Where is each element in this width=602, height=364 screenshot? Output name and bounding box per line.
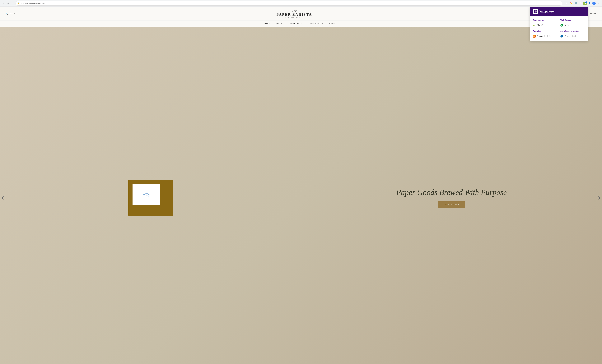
grammarly-icon[interactable]: G [579, 1, 583, 5]
nav-shop[interactable]: SHOP ⌄ [276, 22, 284, 25]
wappalyzer-diamond-icon: W [533, 10, 537, 13]
url-text: https://www.paperbaristas.com [21, 2, 45, 4]
shopify-icon: 🛍 [533, 24, 536, 27]
wappalyzer-logo-icon: W [533, 9, 538, 14]
website-background: 🔍 SEARCH The PAPER BARISTA STATIONERY CO… [0, 7, 602, 364]
website-header: 🔍 SEARCH The PAPER BARISTA STATIONERY CO… [0, 7, 602, 21]
shopify-item[interactable]: 🛍 Shopify [533, 23, 558, 27]
nginx-icon: N [560, 24, 563, 27]
hero-arrow-right[interactable]: ❯ [598, 196, 601, 200]
forward-button[interactable]: → [6, 1, 10, 5]
js-libraries-section-title: JavaScript Libraries [560, 30, 585, 33]
back-button[interactable]: ← [2, 1, 6, 5]
jquery-label: jQuery [565, 35, 570, 37]
nginx-item[interactable]: N Nginx [560, 23, 585, 27]
hero-title: Paper Goods Brewed With Purpose [396, 188, 507, 197]
jquery-version: 3.3.1 [572, 35, 576, 37]
webserver-section-title: Web Server [560, 19, 585, 22]
wappalyzer-body: Ecommerce 🛍 Shopify Web Server N Nginx [530, 16, 588, 41]
wappalyzer-title: Wappalyzer [539, 10, 555, 13]
main-area: 🔍 SEARCH The PAPER BARISTA STATIONERY CO… [0, 7, 602, 364]
nginx-label: Nginx [565, 24, 570, 26]
avatar-icon[interactable]: A [592, 2, 596, 5]
weddings-chevron: ⌄ [303, 22, 304, 25]
shopify-icon-symbol: 🛍 [533, 24, 535, 26]
bookmark-button[interactable]: ☆ [565, 1, 569, 5]
items-label[interactable]: ITEMS [590, 13, 596, 15]
lock-icon: 🔒 [17, 2, 19, 4]
more-button[interactable]: ⋯ [596, 1, 600, 5]
reload-button[interactable]: ↻ [11, 1, 14, 5]
analytics-section-title: Analytics [533, 30, 558, 33]
nav-work[interactable]: WORK... [329, 22, 338, 25]
svg-line-5 [146, 193, 146, 195]
analytics-section: Analytics GA Google Analytics [533, 30, 558, 38]
logo-sub: STATIONERY CO. [277, 17, 312, 18]
hero-arrow-left[interactable]: ❮ [1, 196, 4, 200]
hero-cta-button[interactable]: TAKE A PEAK [438, 201, 465, 208]
ecommerce-section: Ecommerce 🛍 Shopify [533, 19, 558, 27]
nav-weddings[interactable]: WEDDINGS ⌄ [290, 22, 304, 25]
ecommerce-section-title: Ecommerce [533, 19, 558, 22]
shopify-label: Shopify [537, 24, 544, 26]
nav-home[interactable]: HOME [264, 22, 270, 25]
jquery-item[interactable]: jQ jQuery 3.3.1 [560, 34, 585, 38]
ga-item[interactable]: GA Google Analytics [533, 34, 558, 38]
logo-the: The [277, 9, 312, 12]
search-icon: 🔍 [6, 13, 8, 15]
search-area[interactable]: 🔍 SEARCH [6, 13, 17, 15]
hero-section: ❮ [0, 27, 602, 364]
hero-left [0, 174, 301, 221]
paper-card [132, 184, 160, 205]
wappalyzer-header: W Wappalyzer [530, 7, 588, 16]
stationery-photo [128, 180, 173, 216]
shop-chevron: ⌄ [283, 22, 284, 25]
js-libraries-section: JavaScript Libraries jQ jQuery 3.3.1 [560, 30, 585, 38]
website-logo: The PAPER BARISTA STATIONERY CO. [277, 9, 312, 18]
google-analytics-icon: GA [533, 35, 536, 38]
profile-icon[interactable]: 👤 [588, 1, 591, 5]
extensions-button[interactable]: ✏️ [569, 1, 573, 5]
nav-wholesale[interactable]: WHOLESALE [310, 22, 324, 25]
webserver-section: Web Server N Nginx [560, 19, 585, 27]
bicycle-icon [143, 192, 150, 196]
hero-right: Paper Goods Brewed With Purpose TAKE A P… [301, 182, 602, 213]
jquery-icon: jQ [560, 35, 563, 38]
nav-buttons: ← → ↻ [2, 1, 14, 5]
address-bar[interactable]: 🔒 https://www.paperbaristas.com [16, 1, 562, 6]
website-nav: HOME SHOP ⌄ WEDDINGS ⌄ WHOLESALE WORK... [0, 21, 602, 27]
wappalyzer-popup: W Wappalyzer Ecommerce 🛍 Shopify Web Ser… [530, 7, 588, 41]
logo-name: PAPER BARISTA [277, 12, 312, 17]
shopify-ext-icon[interactable]: S 5 [583, 2, 587, 5]
browser-chrome: ← → ↻ 🔒 https://www.paperbaristas.com ☆ … [0, 0, 602, 7]
info-button[interactable]: ℹ️ [574, 1, 578, 5]
search-label: SEARCH [9, 13, 17, 15]
svg-text:W: W [535, 11, 536, 12]
google-analytics-label: Google Analytics [537, 35, 551, 37]
ext-badge: 5 [585, 1, 587, 3]
toolbar-icons: ☆ ✏️ ℹ️ G S 5 👤 A ⋯ [565, 1, 600, 5]
